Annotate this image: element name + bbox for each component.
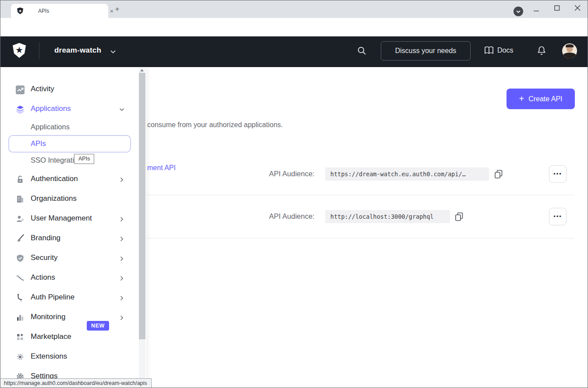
building-icon [16,195,25,203]
bar-chart-icon [16,313,25,322]
svg-text:★: ★ [15,45,23,55]
sidebar-subitem-apis-focus-ring [8,135,131,153]
browser-toolbar: manage.auth0.com/dashboard/eu/dream-watc… [0,18,588,36]
search-icon[interactable] [357,46,367,56]
status-bar: https://manage.auth0.com/dashboard/eu/dr… [0,378,152,388]
avatar-shirt [563,53,576,58]
browser-window: ★ APIs × + manage.auth0.com/dashboard/eu… [0,0,588,388]
tab-title: APIs [38,8,49,14]
chevron-down-icon [118,106,125,113]
row-divider [146,195,574,195]
sidebar-item-marketplace[interactable]: Marketplace [1,332,132,352]
chevron-down-icon [514,7,523,16]
sidebar-item-organizations[interactable]: Organizations NEW [1,194,132,214]
api-audience-value[interactable]: https://dream-watch.eu.auth0.com/api/… [325,167,489,181]
copy-icon[interactable] [494,169,503,179]
copy-icon[interactable] [454,212,464,221]
avatar-hair [566,44,574,47]
sidebar-item-label: Activity [31,85,54,93]
browser-tab-apis[interactable]: ★ APIs × [11,4,108,18]
grid-plus-icon [16,333,25,342]
tenant-name[interactable]: dream-watch [54,46,101,55]
chevron-right-icon [118,314,125,321]
activity-icon [16,85,25,94]
sidebar-item-applications[interactable]: Applications [1,104,132,124]
docs-book-icon[interactable] [484,46,494,55]
discuss-your-needs-button[interactable]: Discuss your needs [381,41,471,61]
lock-icon [16,175,25,184]
sidebar-item-monitoring[interactable]: Monitoring [1,313,132,332]
sidebar-item-label: Applications [31,104,71,113]
close-window-button[interactable] [573,4,582,12]
api-audience-label: API Audience: [269,170,315,178]
tenant-chevron-down-icon[interactable] [110,48,117,55]
scrollbar-up-arrow[interactable] [140,69,144,71]
paintbrush-icon [16,234,25,243]
shield-check-icon [16,254,25,263]
sidebar-scrollbar-thumb[interactable] [139,73,145,339]
auth0-favicon: ★ [17,7,24,14]
sidebar-item-label: Auth Pipeline [31,293,74,302]
page-subtitle-fragment: consume from your authorized application… [147,121,283,129]
sidebar-item-label: Monitoring [31,313,65,321]
user-avatar[interactable] [562,43,577,58]
sidebar-item-security[interactable]: Security [1,253,132,273]
sidebar-item-label: Actions [31,273,55,282]
sidebar-item-label: User Management [31,214,92,223]
sidebar-item-activity[interactable]: Activity [1,85,132,104]
sidebar-item-auth-pipeline[interactable]: Auth Pipeline [1,293,132,313]
auth0-header: ★ dream-watch Discuss your needs Docs [0,36,588,67]
chevron-right-icon [118,275,125,282]
pipeline-icon [16,293,25,302]
minimize-button[interactable] [532,6,540,14]
notification-bell-icon[interactable] [537,46,546,56]
plus-icon: + [519,94,524,104]
new-tab-button[interactable]: + [113,6,121,13]
api-audience-value[interactable]: http://localhost:3000/graphql [325,210,450,223]
user-gear-icon [16,214,25,223]
svg-text:★: ★ [18,9,22,13]
chevron-right-icon [118,216,125,223]
header-divider [39,43,39,59]
sidebar-subitem-applications[interactable]: Applications [31,123,70,131]
chevron-right-icon [118,176,125,183]
applications-icon [16,105,25,114]
sidebar-item-actions[interactable]: Actions [1,273,132,293]
api-name-link[interactable]: ment API [147,164,176,172]
maximize-button[interactable] [553,4,561,12]
sidebar-item-authentication[interactable]: Authentication [1,174,132,194]
sidebar-subitem-apis[interactable]: APIs [31,139,46,148]
sidebar-item-user-management[interactable]: User Management [1,214,132,234]
tab-strip: ★ APIs × + [0,0,588,18]
create-api-label: Create API [528,95,562,103]
docs-label[interactable]: Docs [497,46,513,54]
chevron-right-icon [118,235,125,242]
create-api-button[interactable]: + Create API [507,89,575,109]
sidebar-item-label: Authentication [31,174,78,183]
media-controls-button[interactable] [514,7,523,16]
extension-gear-icon [16,352,25,361]
row-divider [146,238,574,238]
sidebar-item-label: Organizations [31,194,77,203]
row-more-button[interactable]: ••• [549,165,567,183]
sidebar-item-label: Security [31,253,57,262]
chevron-right-icon [118,255,125,262]
navigation-sidebar: Activity Applications Applications APIs … [1,67,146,388]
auth0-logo[interactable]: ★ [12,43,26,59]
apis-tooltip: APIs [74,154,94,164]
sidebar-item-label: Branding [31,234,60,242]
sidebar-item-label: Marketplace [31,332,71,341]
api-audience-label: API Audience: [269,212,315,221]
row-more-button[interactable]: ••• [549,208,567,225]
sidebar-item-branding[interactable]: Branding [1,234,132,253]
flow-icon [16,274,25,282]
sidebar-item-label: Extensions [31,352,67,361]
sidebar-item-extensions[interactable]: Extensions [1,352,132,372]
chevron-right-icon [118,295,125,302]
